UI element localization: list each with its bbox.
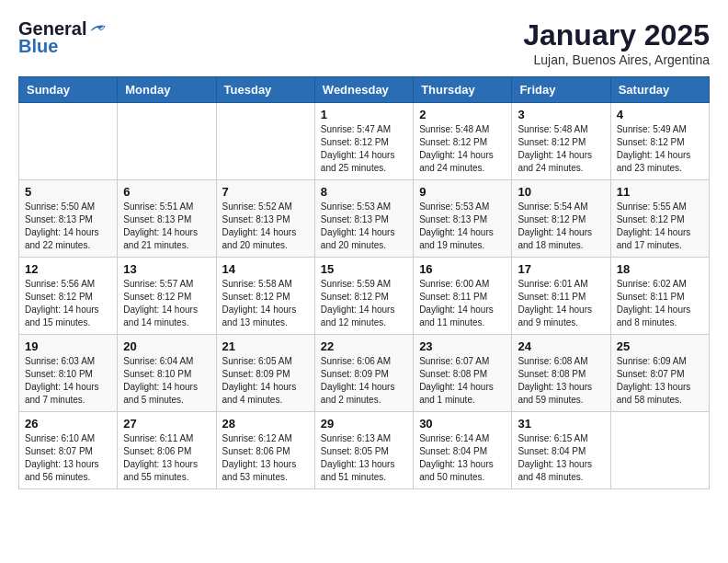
calendar-cell: 19Sunrise: 6:03 AM Sunset: 8:10 PM Dayli…	[19, 335, 118, 412]
day-info: Sunrise: 5:48 AM Sunset: 8:12 PM Dayligh…	[518, 123, 604, 175]
calendar-table: SundayMondayTuesdayWednesdayThursdayFrid…	[18, 76, 710, 489]
calendar-cell: 10Sunrise: 5:54 AM Sunset: 8:12 PM Dayli…	[512, 180, 610, 258]
day-info: Sunrise: 5:50 AM Sunset: 8:13 PM Dayligh…	[25, 201, 111, 252]
calendar-cell: 9Sunrise: 5:53 AM Sunset: 8:13 PM Daylig…	[414, 180, 512, 258]
calendar-cell: 3Sunrise: 5:48 AM Sunset: 8:12 PM Daylig…	[512, 103, 610, 180]
day-of-week-header: Thursday	[414, 77, 512, 103]
day-of-week-header: Saturday	[610, 77, 709, 103]
calendar-cell: 24Sunrise: 6:08 AM Sunset: 8:08 PM Dayli…	[512, 335, 610, 412]
calendar-cell: 26Sunrise: 6:10 AM Sunset: 8:07 PM Dayli…	[19, 412, 118, 489]
calendar-week-row: 19Sunrise: 6:03 AM Sunset: 8:10 PM Dayli…	[19, 335, 710, 412]
day-info: Sunrise: 6:08 AM Sunset: 8:08 PM Dayligh…	[518, 355, 604, 407]
day-info: Sunrise: 6:15 AM Sunset: 8:04 PM Dayligh…	[518, 432, 604, 484]
day-info: Sunrise: 5:51 AM Sunset: 8:13 PM Dayligh…	[123, 201, 210, 252]
day-number: 18	[617, 262, 703, 276]
day-info: Sunrise: 5:56 AM Sunset: 8:12 PM Dayligh…	[25, 278, 111, 329]
day-number: 9	[419, 185, 506, 199]
day-info: Sunrise: 5:58 AM Sunset: 8:12 PM Dayligh…	[222, 278, 309, 329]
day-number: 31	[518, 417, 604, 431]
day-info: Sunrise: 6:00 AM Sunset: 8:11 PM Dayligh…	[419, 278, 506, 329]
calendar-cell: 29Sunrise: 6:13 AM Sunset: 8:05 PM Dayli…	[314, 412, 413, 489]
day-number: 22	[321, 339, 407, 353]
calendar-cell: 25Sunrise: 6:09 AM Sunset: 8:07 PM Dayli…	[610, 335, 709, 412]
day-info: Sunrise: 6:01 AM Sunset: 8:11 PM Dayligh…	[518, 278, 604, 329]
calendar-cell: 4Sunrise: 5:49 AM Sunset: 8:12 PM Daylig…	[610, 103, 709, 180]
calendar-cell: 21Sunrise: 6:05 AM Sunset: 8:09 PM Dayli…	[216, 335, 314, 412]
day-number: 8	[321, 185, 407, 199]
day-number: 10	[518, 185, 604, 199]
calendar-header-row: SundayMondayTuesdayWednesdayThursdayFrid…	[19, 77, 710, 103]
calendar-week-row: 5Sunrise: 5:50 AM Sunset: 8:13 PM Daylig…	[19, 180, 710, 258]
title-block: January 2025 Lujan, Buenos Aires, Argent…	[523, 18, 710, 67]
day-number: 7	[222, 185, 309, 199]
day-info: Sunrise: 5:54 AM Sunset: 8:12 PM Dayligh…	[518, 201, 604, 252]
day-number: 4	[617, 108, 703, 121]
day-number: 3	[518, 108, 604, 121]
day-info: Sunrise: 5:49 AM Sunset: 8:12 PM Dayligh…	[617, 123, 703, 175]
day-number: 28	[222, 417, 309, 431]
calendar-cell: 16Sunrise: 6:00 AM Sunset: 8:11 PM Dayli…	[414, 258, 512, 335]
calendar-cell: 7Sunrise: 5:52 AM Sunset: 8:13 PM Daylig…	[216, 180, 314, 258]
location: Lujan, Buenos Aires, Argentina	[523, 52, 710, 67]
day-info: Sunrise: 5:57 AM Sunset: 8:12 PM Dayligh…	[123, 278, 210, 329]
day-info: Sunrise: 5:47 AM Sunset: 8:12 PM Dayligh…	[321, 123, 407, 175]
day-number: 19	[25, 339, 111, 353]
day-number: 12	[25, 262, 111, 276]
calendar-cell: 11Sunrise: 5:55 AM Sunset: 8:12 PM Dayli…	[610, 180, 709, 258]
day-info: Sunrise: 5:55 AM Sunset: 8:12 PM Dayligh…	[617, 201, 703, 252]
day-info: Sunrise: 6:12 AM Sunset: 8:06 PM Dayligh…	[222, 432, 309, 484]
calendar-cell: 12Sunrise: 5:56 AM Sunset: 8:12 PM Dayli…	[19, 258, 118, 335]
calendar-cell: 30Sunrise: 6:14 AM Sunset: 8:04 PM Dayli…	[414, 412, 512, 489]
day-number: 21	[222, 339, 309, 353]
calendar-cell	[610, 412, 709, 489]
day-number: 13	[123, 262, 210, 276]
page-header: General Blue January 2025 Lujan, Buenos …	[18, 18, 710, 67]
day-number: 30	[419, 417, 506, 431]
month-title: January 2025	[523, 18, 710, 52]
calendar-cell: 28Sunrise: 6:12 AM Sunset: 8:06 PM Dayli…	[216, 412, 314, 489]
day-info: Sunrise: 6:14 AM Sunset: 8:04 PM Dayligh…	[419, 432, 506, 484]
calendar-cell: 22Sunrise: 6:06 AM Sunset: 8:09 PM Dayli…	[314, 335, 413, 412]
day-number: 20	[123, 339, 210, 353]
calendar-week-row: 1Sunrise: 5:47 AM Sunset: 8:12 PM Daylig…	[19, 103, 710, 180]
calendar-week-row: 26Sunrise: 6:10 AM Sunset: 8:07 PM Dayli…	[19, 412, 710, 489]
day-info: Sunrise: 6:06 AM Sunset: 8:09 PM Dayligh…	[321, 355, 407, 407]
calendar-cell: 27Sunrise: 6:11 AM Sunset: 8:06 PM Dayli…	[118, 412, 216, 489]
day-number: 6	[123, 185, 210, 199]
calendar-cell: 15Sunrise: 5:59 AM Sunset: 8:12 PM Dayli…	[314, 258, 413, 335]
day-info: Sunrise: 5:52 AM Sunset: 8:13 PM Dayligh…	[222, 201, 309, 252]
day-number: 1	[321, 108, 407, 121]
day-of-week-header: Sunday	[19, 77, 118, 103]
day-number: 14	[222, 262, 309, 276]
logo: General Blue	[18, 18, 107, 57]
day-number: 5	[25, 185, 111, 199]
day-number: 24	[518, 339, 604, 353]
day-info: Sunrise: 5:53 AM Sunset: 8:13 PM Dayligh…	[321, 201, 407, 252]
day-number: 26	[25, 417, 111, 431]
day-info: Sunrise: 6:02 AM Sunset: 8:11 PM Dayligh…	[617, 278, 703, 329]
day-of-week-header: Friday	[512, 77, 610, 103]
day-of-week-header: Wednesday	[314, 77, 413, 103]
calendar-cell: 31Sunrise: 6:15 AM Sunset: 8:04 PM Dayli…	[512, 412, 610, 489]
day-info: Sunrise: 6:13 AM Sunset: 8:05 PM Dayligh…	[321, 432, 407, 484]
calendar-week-row: 12Sunrise: 5:56 AM Sunset: 8:12 PM Dayli…	[19, 258, 710, 335]
day-number: 27	[123, 417, 210, 431]
day-number: 16	[419, 262, 506, 276]
calendar-cell: 2Sunrise: 5:48 AM Sunset: 8:12 PM Daylig…	[414, 103, 512, 180]
calendar-cell: 13Sunrise: 5:57 AM Sunset: 8:12 PM Dayli…	[118, 258, 216, 335]
day-info: Sunrise: 5:59 AM Sunset: 8:12 PM Dayligh…	[321, 278, 407, 329]
day-number: 15	[321, 262, 407, 276]
calendar-cell: 5Sunrise: 5:50 AM Sunset: 8:13 PM Daylig…	[19, 180, 118, 258]
calendar-cell	[216, 103, 314, 180]
day-number: 25	[617, 339, 703, 353]
logo-blue: Blue	[18, 36, 58, 57]
calendar-cell	[19, 103, 118, 180]
logo-bird-icon	[88, 22, 107, 37]
day-info: Sunrise: 5:48 AM Sunset: 8:12 PM Dayligh…	[419, 123, 506, 175]
day-info: Sunrise: 6:07 AM Sunset: 8:08 PM Dayligh…	[419, 355, 506, 407]
calendar-cell: 20Sunrise: 6:04 AM Sunset: 8:10 PM Dayli…	[118, 335, 216, 412]
day-info: Sunrise: 5:53 AM Sunset: 8:13 PM Dayligh…	[419, 201, 506, 252]
day-info: Sunrise: 6:04 AM Sunset: 8:10 PM Dayligh…	[123, 355, 210, 407]
calendar-cell: 18Sunrise: 6:02 AM Sunset: 8:11 PM Dayli…	[610, 258, 709, 335]
calendar-cell: 14Sunrise: 5:58 AM Sunset: 8:12 PM Dayli…	[216, 258, 314, 335]
